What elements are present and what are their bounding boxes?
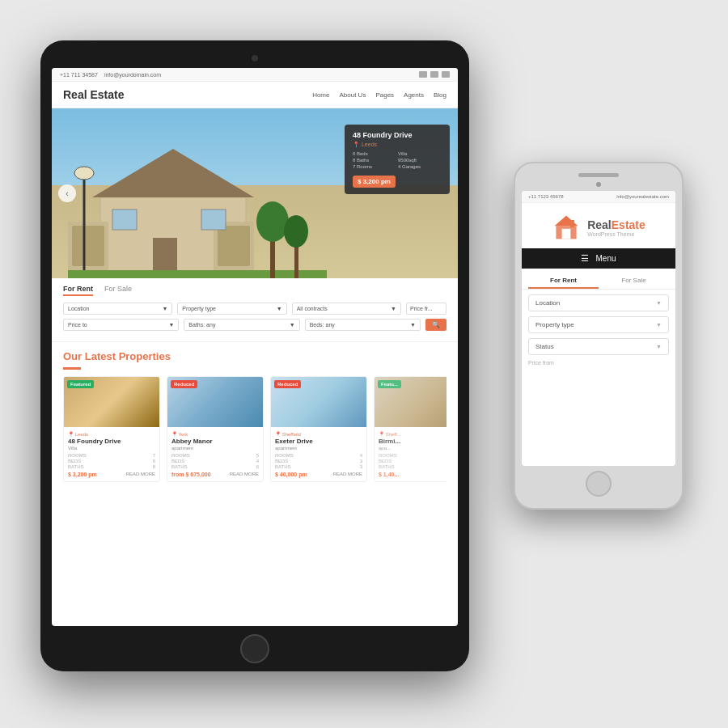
phone-tab-sale[interactable]: For Sale [599, 273, 669, 289]
prop-card-1-stats: ROOMS7 BEDS6 BATHS8 [68, 453, 155, 469]
tablet-topbar-right [419, 71, 450, 78]
property-card-2: Reduced 📍 York Abbey Manor apartment ROO… [167, 376, 264, 482]
prop-card-1-name: 48 Foundry Drive [68, 438, 155, 445]
svg-point-17 [284, 215, 308, 248]
nav-home[interactable]: Home [312, 91, 329, 99]
phone-property-type-filter[interactable]: Property type ▼ [528, 316, 669, 333]
property-overlay-card: 48 Foundry Drive 📍 Leeds 6 Beds Villa 8 … [345, 125, 450, 194]
prop-card-1-image: Featured [64, 377, 159, 427]
price-to-filter[interactable]: Price to▼ [63, 319, 179, 331]
phone-speaker [578, 173, 619, 177]
tablet-properties-section: Our Latest Properties Featured 📍 Leeds 4… [52, 342, 458, 490]
phone-status-filter[interactable]: Status ▼ [528, 338, 669, 355]
prop-card-4-type: apa... [379, 446, 447, 451]
phone-logo-section: RealEstate WordPress Theme [522, 203, 675, 248]
type-stat: Villa [398, 151, 442, 156]
prop-card-2-type: apartment [171, 446, 259, 451]
garages-stat: 4 Garages [398, 164, 442, 169]
tablet-email-text: info@yourdomain.com [104, 72, 161, 78]
phone-menu-bar[interactable]: ☰ Menu [522, 248, 675, 269]
rooms-stat: 7 Rooms [353, 164, 396, 169]
location-label: Location [535, 299, 560, 307]
tablet-home-button[interactable] [240, 634, 269, 663]
logo-real: Real [587, 218, 612, 231]
nav-about[interactable]: About Us [339, 91, 366, 99]
svg-rect-8 [112, 210, 137, 230]
location-chevron-icon: ▼ [656, 300, 662, 306]
prop-card-2-read-more[interactable]: READ MORE [230, 472, 259, 476]
prop-card-1-read-more[interactable]: READ MORE [126, 472, 155, 476]
status-label: Status [535, 343, 554, 350]
tablet-nav-links[interactable]: Home About Us Pages Agents Blog [312, 91, 447, 99]
prop-card-2-city: 📍 York [171, 431, 259, 437]
tablet-screen: +11 711 34587 info@yourdomain.com Real E… [52, 68, 458, 626]
svg-marker-18 [555, 216, 578, 226]
property-price-btn[interactable]: $ 3,200 pm [353, 176, 396, 188]
section-title: Our Latest Properties [63, 350, 447, 362]
property-card-stats: 6 Beds Villa 8 Baths 9500sqft 7 Rooms 4 … [353, 151, 442, 169]
prop-card-4-badge: Featu... [378, 380, 401, 388]
tablet-nav: Real Estate Home About Us Pages Agents B… [52, 82, 458, 108]
prop-card-2-info: 📍 York Abbey Manor apartment ROOMS5 BEDS… [167, 427, 263, 481]
tab-for-sale[interactable]: For Sale [104, 285, 132, 296]
location-filter[interactable]: Location▼ [63, 303, 172, 315]
prop-card-2-image: Reduced [167, 377, 263, 427]
all-contracts-filter[interactable]: All contracts▼ [292, 303, 401, 315]
nav-blog[interactable]: Blog [434, 91, 447, 99]
size-stat: 9500sqft [398, 158, 442, 163]
section-underline [63, 367, 81, 370]
prop-card-1-price: $ 3,200 pm [68, 472, 97, 477]
logo-subtitle: WordPress Theme [587, 231, 645, 237]
tablet-camera [252, 55, 258, 61]
beds-filter[interactable]: Beds: any▼ [305, 319, 421, 331]
prop-card-3-read-more[interactable]: READ MORE [333, 472, 362, 476]
property-type-filter[interactable]: Property type▼ [177, 303, 286, 315]
svg-point-15 [256, 201, 289, 242]
svg-rect-13 [68, 270, 327, 278]
property-card-3: Reduced 📍 Sheffield Exeter Drive apartme… [270, 376, 367, 482]
svg-rect-9 [201, 210, 226, 230]
price-from-filter[interactable]: Price fr... [406, 303, 447, 315]
search-button[interactable]: 🔍 [425, 319, 447, 331]
svg-rect-4 [72, 226, 104, 266]
tablet-phone-text: +11 711 34587 [60, 72, 98, 78]
prop-card-4-info: 📍 Sheff... Birmi... apa... ROOMS3 BEDS2 … [375, 427, 447, 481]
prop-card-3-name: Exeter Drive [275, 438, 362, 445]
phone-topbar: +11 7123 45678 info@yourealestate.com [522, 191, 675, 203]
hamburger-icon: ☰ [581, 253, 589, 264]
prop-card-1-type: Villa [68, 446, 155, 451]
tab-for-rent[interactable]: For Rent [63, 285, 93, 296]
phone-home-button[interactable] [586, 471, 612, 497]
prop-card-4-name: Birmi... [379, 438, 447, 445]
prop-card-3-badge: Reduced [274, 380, 301, 388]
twitter-icon [430, 71, 438, 78]
prop-card-2-name: Abbey Manor [171, 438, 259, 445]
prop-card-2-price: from $ 675,000 [171, 472, 211, 477]
nav-pages[interactable]: Pages [375, 91, 394, 99]
property-type-label: Property type [535, 321, 574, 328]
svg-rect-20 [562, 229, 571, 239]
phone-camera [596, 182, 601, 187]
nav-agents[interactable]: Agents [404, 91, 424, 99]
prop-card-4-stats: ROOMS3 BEDS2 BATHS2 [379, 453, 447, 469]
tablet-topbar: +11 711 34587 info@yourdomain.com [52, 68, 458, 82]
property-card-4: Featu... 📍 Sheff... Birmi... apa... ROOM… [374, 376, 447, 482]
hero-prev-arrow[interactable]: ‹ [58, 184, 76, 202]
phone-tab-rent[interactable]: For Rent [528, 273, 599, 289]
phone-tabs: For Rent For Sale [522, 269, 675, 290]
phone-location-filter[interactable]: Location ▼ [528, 294, 669, 311]
baths-stat: 8 Baths [353, 158, 396, 163]
youtube-icon [442, 71, 450, 78]
prop-card-1-city: 📍 Leeds [68, 431, 155, 437]
tablet-topbar-left: +11 711 34587 info@yourdomain.com [60, 72, 161, 78]
filters-row-2: Price to▼ Baths: any▼ Beds: any▼ 🔍 [63, 319, 447, 331]
baths-filter[interactable]: Baths: any▼ [184, 319, 299, 331]
filters-row-1: Location▼ Property type▼ All contracts▼ … [63, 303, 447, 315]
phone-number: +11 7123 45678 [528, 194, 564, 199]
property-card-location: 📍 Leeds [353, 142, 442, 148]
tablet-logo: Real Estate [63, 88, 124, 101]
logo-estate: Estate [612, 218, 645, 231]
svg-rect-21 [571, 220, 575, 227]
svg-marker-2 [92, 149, 254, 197]
property-card-name: 48 Foundry Drive [353, 131, 442, 139]
